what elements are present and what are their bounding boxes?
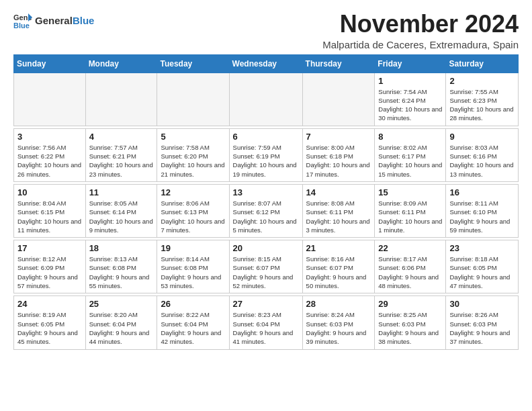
page-header: General Blue General Blue November 2024 … [13,11,519,50]
day-info: Sunrise: 7:54 AM Sunset: 6:24 PM Dayligh… [378,87,442,123]
day-number: 30 [449,299,515,309]
day-info: Sunrise: 8:23 AM Sunset: 6:04 PM Dayligh… [233,310,299,346]
day-number: 13 [233,187,299,197]
day-info: Sunrise: 8:00 AM Sunset: 6:18 PM Dayligh… [306,143,371,179]
calendar-cell: 26Sunrise: 8:22 AM Sunset: 6:04 PM Dayli… [157,296,229,349]
calendar-cell: 1Sunrise: 7:54 AM Sunset: 6:24 PM Daylig… [375,73,446,126]
day-number: 14 [306,187,371,197]
calendar-cell: 20Sunrise: 8:15 AM Sunset: 6:07 PM Dayli… [229,240,302,293]
calendar-cell [157,73,229,126]
calendar-week-row: 10Sunrise: 8:04 AM Sunset: 6:15 PM Dayli… [14,184,519,237]
weekday-header-row: SundayMondayTuesdayWednesdayThursdayFrid… [14,54,519,73]
day-number: 28 [306,299,371,309]
day-number: 4 [89,132,154,142]
day-info: Sunrise: 8:12 AM Sunset: 6:09 PM Dayligh… [17,255,82,290]
weekday-header-saturday: Saturday [446,54,519,73]
calendar-cell [302,73,375,126]
day-info: Sunrise: 8:19 AM Sunset: 6:05 PM Dayligh… [17,310,82,346]
weekday-header-sunday: Sunday [14,54,86,73]
day-number: 2 [449,76,515,86]
day-info: Sunrise: 8:18 AM Sunset: 6:05 PM Dayligh… [449,255,515,290]
day-number: 6 [233,132,299,142]
day-number: 26 [161,299,225,309]
calendar-cell: 22Sunrise: 8:17 AM Sunset: 6:06 PM Dayli… [375,240,446,293]
calendar-week-row: 17Sunrise: 8:12 AM Sunset: 6:09 PM Dayli… [14,240,519,293]
day-info: Sunrise: 8:15 AM Sunset: 6:07 PM Dayligh… [233,255,299,290]
day-info: Sunrise: 8:09 AM Sunset: 6:11 PM Dayligh… [378,199,442,234]
calendar-cell: 8Sunrise: 8:02 AM Sunset: 6:17 PM Daylig… [375,128,446,181]
day-info: Sunrise: 8:26 AM Sunset: 6:03 PM Dayligh… [449,310,515,346]
calendar-cell: 18Sunrise: 8:13 AM Sunset: 6:08 PM Dayli… [85,240,157,293]
day-number: 3 [17,132,82,142]
day-info: Sunrise: 7:55 AM Sunset: 6:23 PM Dayligh… [449,87,515,123]
calendar-cell [14,73,86,126]
day-number: 22 [378,243,442,253]
day-info: Sunrise: 7:59 AM Sunset: 6:19 PM Dayligh… [233,143,299,179]
day-info: Sunrise: 7:58 AM Sunset: 6:20 PM Dayligh… [161,143,225,179]
day-number: 10 [17,187,82,197]
day-number: 29 [378,299,442,309]
calendar-cell: 11Sunrise: 8:05 AM Sunset: 6:14 PM Dayli… [85,184,157,237]
day-info: Sunrise: 8:13 AM Sunset: 6:08 PM Dayligh… [89,255,154,290]
calendar-week-row: 24Sunrise: 8:19 AM Sunset: 6:05 PM Dayli… [14,296,519,349]
logo-blue: Blue [73,15,95,26]
calendar-cell: 21Sunrise: 8:16 AM Sunset: 6:07 PM Dayli… [302,240,375,293]
location-subtitle: Malpartida de Caceres, Extremadura, Spai… [322,39,519,50]
calendar-table: SundayMondayTuesdayWednesdayThursdayFrid… [13,54,519,350]
day-number: 21 [306,243,371,253]
day-info: Sunrise: 8:08 AM Sunset: 6:11 PM Dayligh… [306,199,371,234]
calendar-week-row: 3Sunrise: 7:56 AM Sunset: 6:22 PM Daylig… [14,128,519,181]
weekday-header-thursday: Thursday [302,54,375,73]
day-number: 23 [449,243,515,253]
day-number: 20 [233,243,299,253]
logo-icon: General Blue [13,11,32,30]
calendar-cell [229,73,302,126]
day-number: 19 [161,243,225,253]
day-number: 18 [89,243,154,253]
day-info: Sunrise: 8:06 AM Sunset: 6:13 PM Dayligh… [161,199,225,234]
day-info: Sunrise: 8:02 AM Sunset: 6:17 PM Dayligh… [378,143,442,179]
calendar-cell: 27Sunrise: 8:23 AM Sunset: 6:04 PM Dayli… [229,296,302,349]
calendar-cell: 24Sunrise: 8:19 AM Sunset: 6:05 PM Dayli… [14,296,86,349]
logo-general: General [35,15,73,26]
day-info: Sunrise: 8:24 AM Sunset: 6:03 PM Dayligh… [306,310,371,346]
day-info: Sunrise: 8:22 AM Sunset: 6:04 PM Dayligh… [161,310,225,346]
calendar-cell: 25Sunrise: 8:20 AM Sunset: 6:04 PM Dayli… [85,296,157,349]
calendar-cell: 5Sunrise: 7:58 AM Sunset: 6:20 PM Daylig… [157,128,229,181]
weekday-header-tuesday: Tuesday [157,54,229,73]
day-number: 16 [449,187,515,197]
month-title: November 2024 [322,11,519,38]
weekday-header-friday: Friday [375,54,446,73]
day-number: 17 [17,243,82,253]
day-info: Sunrise: 7:56 AM Sunset: 6:22 PM Dayligh… [17,143,82,179]
calendar-cell: 15Sunrise: 8:09 AM Sunset: 6:11 PM Dayli… [375,184,446,237]
day-number: 24 [17,299,82,309]
calendar-cell: 3Sunrise: 7:56 AM Sunset: 6:22 PM Daylig… [14,128,86,181]
calendar-cell: 10Sunrise: 8:04 AM Sunset: 6:15 PM Dayli… [14,184,86,237]
calendar-cell: 28Sunrise: 8:24 AM Sunset: 6:03 PM Dayli… [302,296,375,349]
calendar-cell: 6Sunrise: 7:59 AM Sunset: 6:19 PM Daylig… [229,128,302,181]
calendar-cell: 12Sunrise: 8:06 AM Sunset: 6:13 PM Dayli… [157,184,229,237]
calendar-cell: 13Sunrise: 8:07 AM Sunset: 6:12 PM Dayli… [229,184,302,237]
day-info: Sunrise: 8:14 AM Sunset: 6:08 PM Dayligh… [161,255,225,290]
calendar-cell: 17Sunrise: 8:12 AM Sunset: 6:09 PM Dayli… [14,240,86,293]
calendar-cell [85,73,157,126]
calendar-cell: 4Sunrise: 7:57 AM Sunset: 6:21 PM Daylig… [85,128,157,181]
day-info: Sunrise: 8:11 AM Sunset: 6:10 PM Dayligh… [449,199,515,234]
day-number: 7 [306,132,371,142]
day-number: 27 [233,299,299,309]
day-info: Sunrise: 8:17 AM Sunset: 6:06 PM Dayligh… [378,255,442,290]
calendar-cell: 2Sunrise: 7:55 AM Sunset: 6:23 PM Daylig… [446,73,519,126]
calendar-week-row: 1Sunrise: 7:54 AM Sunset: 6:24 PM Daylig… [14,73,519,126]
calendar-cell: 7Sunrise: 8:00 AM Sunset: 6:18 PM Daylig… [302,128,375,181]
day-info: Sunrise: 7:57 AM Sunset: 6:21 PM Dayligh… [89,143,154,179]
day-number: 11 [89,187,154,197]
day-info: Sunrise: 8:05 AM Sunset: 6:14 PM Dayligh… [89,199,154,234]
svg-text:Blue: Blue [13,21,30,30]
calendar-cell: 23Sunrise: 8:18 AM Sunset: 6:05 PM Dayli… [446,240,519,293]
calendar-cell: 19Sunrise: 8:14 AM Sunset: 6:08 PM Dayli… [157,240,229,293]
calendar-cell: 9Sunrise: 8:03 AM Sunset: 6:16 PM Daylig… [446,128,519,181]
day-number: 15 [378,187,442,197]
weekday-header-monday: Monday [85,54,157,73]
day-number: 12 [161,187,225,197]
